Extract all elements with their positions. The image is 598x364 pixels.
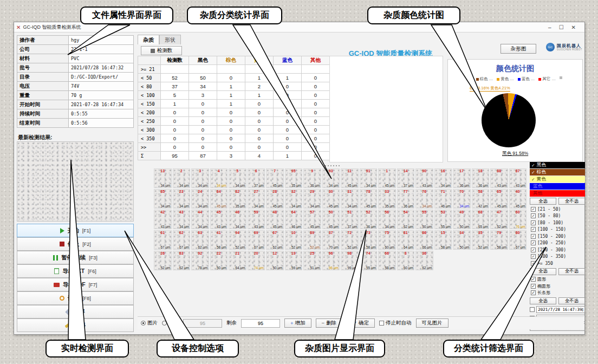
impurity-thumbnail[interactable]: 2845 um bbox=[266, 189, 284, 209]
impurity-thumbnail[interactable]: 234 um bbox=[173, 168, 191, 188]
filter-shape-圆形[interactable]: ✓圆形 bbox=[530, 276, 585, 283]
control-button-txt[interactable]: 导出TXT[F6] bbox=[17, 264, 134, 278]
impurity-thumbnail[interactable]: 2551 um bbox=[303, 251, 321, 270]
impurity-thumbnail[interactable]: 8445 um bbox=[210, 189, 228, 209]
visible-images-button[interactable]: 可见图片 bbox=[416, 318, 448, 328]
impurity-thumbnail[interactable]: 2652 um bbox=[154, 251, 172, 270]
radio-image-option[interactable]: 图片 bbox=[141, 320, 158, 327]
impurity-thumbnail[interactable]: 5943 um bbox=[248, 210, 265, 229]
impurity-thumbnail[interactable]: 8952 um bbox=[303, 230, 321, 250]
impurity-thumbnail[interactable]: 7845 um bbox=[360, 189, 378, 209]
impurity-thumbnail[interactable]: 4243 um bbox=[154, 210, 172, 229]
radio-info-option[interactable]: 信息 bbox=[162, 320, 179, 327]
horizontal-splitter[interactable] bbox=[138, 164, 529, 167]
impurity-thumbnail[interactable]: 2074 um bbox=[248, 251, 265, 270]
datetime-checkbox[interactable] bbox=[530, 307, 535, 312]
impurity-thumbnail[interactable]: 2250 um bbox=[210, 251, 228, 270]
shape-chart-button[interactable]: 杂形图 bbox=[500, 44, 536, 54]
impurity-thumbnail[interactable]: 7455 um bbox=[360, 251, 378, 270]
close-button[interactable]: ✕ bbox=[571, 24, 576, 30]
impurity-thumbnail[interactable]: 5236 um bbox=[360, 210, 378, 229]
impurity-thumbnail[interactable]: 3450 um bbox=[453, 230, 471, 250]
impurity-thumbnail[interactable]: 1250 um bbox=[266, 251, 284, 270]
impurity-thumbnail[interactable]: 2164 um bbox=[229, 251, 246, 270]
impurity-thumbnail[interactable]: 9278 um bbox=[191, 251, 209, 270]
impurity-thumbnail[interactable]: 2334 um bbox=[173, 189, 191, 209]
impurity-thumbnail[interactable]: 5355 um bbox=[434, 210, 452, 229]
impurity-thumbnail[interactable]: 6167 um bbox=[154, 230, 172, 250]
filter-shape-长条形[interactable]: ✓长条形 bbox=[530, 290, 585, 297]
impurity-thumbnail[interactable]: 9452 um bbox=[229, 230, 246, 250]
filter-range-item[interactable]: ✓[100 - 150) bbox=[530, 226, 585, 233]
impurity-thumbnail[interactable]: 3234 um bbox=[285, 189, 303, 209]
delete-button[interactable]: −删除 bbox=[316, 318, 343, 328]
impurity-thumbnail[interactable]: 8362 um bbox=[173, 251, 191, 270]
impurity-thumbnail[interactable]: 4543 um bbox=[210, 210, 228, 229]
impurity-thumbnail[interactable]: 745 um bbox=[266, 168, 284, 188]
count-input[interactable] bbox=[183, 319, 222, 328]
impurity-thumbnail[interactable]: 4752 um bbox=[490, 210, 508, 229]
filter-range-item[interactable]: ✓[250 - 300) bbox=[530, 246, 585, 253]
impurity-thumbnail[interactable]: 936 um bbox=[303, 168, 321, 188]
select-all-button[interactable]: 全选 bbox=[530, 198, 556, 205]
remain-input[interactable] bbox=[241, 319, 280, 328]
impurity-thumbnail[interactable]: 3045 um bbox=[322, 189, 340, 209]
impurity-thumbnail[interactable]: 145 um bbox=[378, 168, 396, 188]
impurity-thumbnail[interactable]: 6076 um bbox=[509, 210, 527, 229]
impurity-thumbnail[interactable]: 7634 um bbox=[415, 189, 433, 209]
filter-color-黑色[interactable]: ✓黑色 bbox=[530, 162, 585, 168]
impurity-thumbnail[interactable]: 7560 um bbox=[378, 230, 396, 250]
impurity-thumbnail[interactable]: 1052 um bbox=[285, 230, 303, 250]
filter-range-item[interactable]: ✓[200 - 250) bbox=[530, 240, 585, 247]
add-button[interactable]: +增加 bbox=[284, 318, 311, 328]
control-button-pause[interactable]: 暂停/继续[F3] bbox=[17, 251, 134, 264]
impurity-thumbnail[interactable]: 7252 um bbox=[341, 230, 359, 250]
impurity-thumbnail[interactable]: 6762 um bbox=[266, 230, 284, 250]
filter-color-蓝色[interactable]: 蓝色 bbox=[530, 183, 585, 190]
confirm-button[interactable]: ✓确定 bbox=[347, 318, 375, 328]
impurity-thumbnail[interactable]: 8666 um bbox=[415, 230, 433, 250]
impurity-thumbnail[interactable]: 6446 um bbox=[285, 210, 303, 229]
filter-color-棕色[interactable]: ✓棕色 bbox=[530, 169, 585, 176]
control-button-pdf[interactable]: 导出PDF[F7] bbox=[17, 278, 134, 291]
impurity-thumbnail[interactable]: 4950 um bbox=[453, 210, 471, 229]
impurity-thumbnail[interactable]: 1437 um bbox=[397, 168, 415, 188]
impurity-thumbnail[interactable]: 2434 um bbox=[191, 189, 209, 209]
filter-color-黄色[interactable]: ✓黄色 bbox=[530, 176, 585, 183]
impurity-thumbnail[interactable]: 6967 um bbox=[248, 230, 265, 250]
maximize-button[interactable]: ☐ bbox=[559, 24, 564, 30]
auto-on-stop-checkbox[interactable]: 停止时自动 bbox=[379, 320, 412, 327]
impurity-thumbnail[interactable]: 3770 um bbox=[322, 230, 340, 250]
impurity-thumbnail[interactable]: 5462 um bbox=[397, 210, 415, 229]
datetime-spinner[interactable]: ▲▼ bbox=[582, 308, 583, 312]
impurity-thumbnail[interactable]: 4045 um bbox=[509, 189, 527, 209]
minimize-button[interactable]: – bbox=[548, 24, 551, 30]
impurity-thumbnail[interactable]: 4434 um bbox=[191, 210, 209, 229]
tab-杂质[interactable]: 杂质 bbox=[138, 35, 159, 44]
impurity-thumbnail[interactable]: 3335 um bbox=[378, 189, 396, 209]
filter-range-item[interactable]: ✓[50 - 80) bbox=[530, 213, 585, 220]
impurity-thumbnail[interactable]: 860 um bbox=[397, 251, 415, 270]
impurity-thumbnail[interactable]: 8743 um bbox=[509, 168, 527, 188]
impurity-thumbnail[interactable]: 1334 um bbox=[154, 168, 172, 188]
impurity-thumbnail[interactable]: 5045 um bbox=[322, 210, 340, 229]
impurity-thumbnail[interactable]: 2734 um bbox=[248, 189, 265, 209]
impurity-thumbnail[interactable]: 7736 um bbox=[397, 189, 415, 209]
filter-range-item[interactable]: ✓[21 - 50) bbox=[530, 206, 585, 213]
select-none-button[interactable]: 全不选 bbox=[558, 268, 585, 275]
impurity-thumbnail[interactable]: 7358 um bbox=[360, 230, 378, 250]
impurity-thumbnail[interactable]: 434 um bbox=[210, 168, 228, 188]
impurity-thumbnail[interactable]: 5842 um bbox=[472, 189, 490, 209]
control-button-play[interactable]: 开始[F1] bbox=[17, 224, 134, 237]
impurity-thumbnail[interactable]: 5137 um bbox=[341, 210, 359, 229]
control-button-gear[interactable]: 设置[F8] bbox=[17, 291, 134, 305]
impurity-thumbnail[interactable]: 4845 um bbox=[266, 210, 284, 229]
impurity-thumbnail[interactable]: 9696 um bbox=[322, 251, 340, 270]
datetime-input[interactable]: 2021/7/28 16:47:39▲▼ bbox=[536, 306, 585, 313]
filter-range-item[interactable]: ✓[300 - 350) bbox=[530, 253, 585, 261]
impurity-thumbnail[interactable]: 637 um bbox=[248, 168, 265, 188]
filter-shape-椭圆形[interactable]: ✓椭圆形 bbox=[530, 283, 585, 290]
detect-count-button[interactable]: 检测数 bbox=[141, 46, 182, 55]
filter-range-item[interactable]: ✓[80 - 100) bbox=[530, 219, 585, 226]
select-all-button[interactable]: 全选 bbox=[530, 268, 556, 275]
